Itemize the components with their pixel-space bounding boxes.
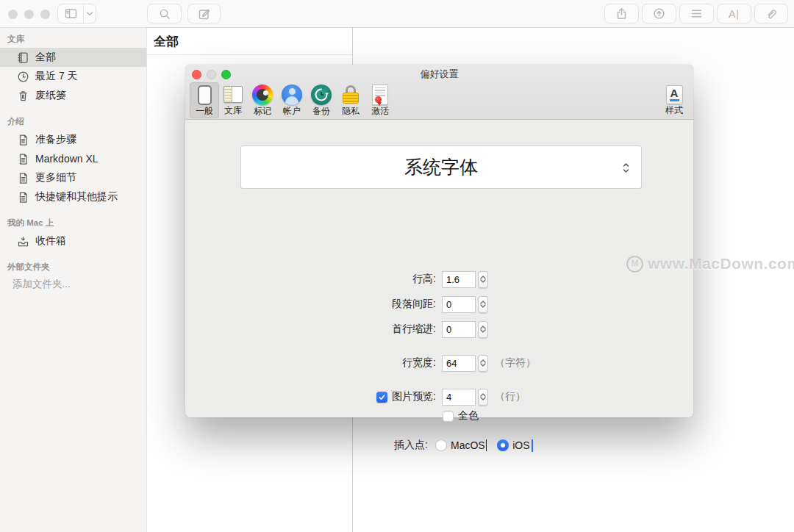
macos-caret-demo	[486, 439, 487, 451]
compose-button[interactable]	[187, 4, 221, 24]
notebook-icon	[17, 51, 29, 64]
share-icon	[615, 7, 628, 20]
line-height-stepper[interactable]	[478, 271, 488, 288]
insertion-ios-radio[interactable]	[497, 439, 509, 451]
general-icon	[198, 85, 212, 105]
tab-markup[interactable]: 标记	[248, 82, 277, 118]
format-icon: A|	[729, 8, 740, 20]
insertion-point-label: 插入点:	[185, 439, 428, 452]
sidebar-icon	[58, 4, 83, 23]
chevron-down-icon[interactable]	[83, 4, 96, 23]
dialog-chrome: 偏好设置 一般 文库 标记 帐户	[185, 65, 693, 120]
sidebar-item-label: 全部	[35, 51, 56, 64]
list-icon	[691, 9, 702, 18]
sidebar-item-recent[interactable]: 最近 7 天	[0, 67, 146, 86]
sidebar-item-doc[interactable]: 快捷键和其他提示	[0, 187, 146, 206]
full-color-label: 全色	[458, 409, 479, 423]
sidebar-item-doc[interactable]: 更多细节	[0, 168, 146, 187]
zoom-button[interactable]	[40, 10, 50, 19]
tab-style[interactable]: A 样式	[659, 82, 689, 118]
image-preview-stepper[interactable]	[478, 389, 488, 406]
font-select[interactable]: 系统字体	[240, 145, 642, 189]
row-image-preview: 图片预览: （行）	[185, 388, 693, 406]
sidebar-section-intro: 介绍	[0, 116, 146, 127]
preferences-dialog: 偏好设置 一般 文库 标记 帐户	[185, 65, 693, 417]
sidebar-item-label: 快捷键和其他提示	[35, 190, 118, 204]
insertion-macos-radio[interactable]	[435, 439, 447, 451]
minimize-button[interactable]	[24, 10, 34, 19]
tab-backup[interactable]: 备份	[307, 82, 336, 118]
tab-library[interactable]: 文库	[218, 82, 248, 118]
privacy-icon	[342, 85, 360, 105]
paragraph-spacing-label: 段落间距:	[185, 298, 436, 311]
close-button[interactable]	[8, 10, 18, 19]
attach-button[interactable]	[754, 4, 788, 24]
first-indent-stepper[interactable]	[478, 321, 488, 338]
row-line-width: 行宽度: （字符）	[185, 354, 693, 372]
paragraph-spacing-stepper[interactable]	[478, 296, 488, 313]
tab-general[interactable]: 一般	[190, 82, 219, 118]
dialog-minimize-button[interactable]	[207, 70, 216, 79]
dialog-titlebar[interactable]: 偏好设置	[185, 65, 693, 84]
dialog-close-button[interactable]	[192, 70, 201, 79]
sidebar-item-label: 最近 7 天	[35, 70, 78, 83]
first-indent-input[interactable]	[442, 321, 476, 338]
trash-icon	[17, 90, 29, 102]
sidebar-item-inbox[interactable]: 收件箱	[0, 231, 146, 251]
line-width-stepper[interactable]	[478, 355, 488, 372]
app-window: A| 文库 全部 最近 7 天 废纸篓 介绍 准备步骤 Markdown XL	[0, 0, 794, 532]
style-icon: A	[666, 85, 683, 104]
clock-icon	[17, 71, 29, 83]
search-button[interactable]	[147, 4, 182, 24]
sidebar-item-all[interactable]: 全部	[0, 48, 146, 67]
document-icon	[17, 172, 29, 184]
ios-caret-demo	[532, 439, 534, 452]
tab-activation[interactable]: 激活	[365, 82, 395, 118]
compose-icon	[198, 8, 210, 20]
sidebar-item-label: Markdown XL	[35, 153, 99, 165]
paragraph-spacing-input[interactable]	[442, 296, 476, 313]
main-toolbar: A|	[0, 0, 794, 28]
row-insertion-point: 插入点: MacOS iOS	[185, 436, 693, 454]
upload-button[interactable]	[642, 4, 676, 24]
row-full-color: 全色	[185, 407, 693, 425]
sidebar-item-doc[interactable]: 准备步骤	[0, 130, 146, 149]
format-button[interactable]: A|	[717, 4, 751, 24]
markup-icon	[252, 85, 273, 105]
checkmark-icon	[378, 393, 386, 401]
list-view-button[interactable]	[679, 4, 714, 24]
library-icon	[223, 86, 243, 103]
image-preview-input[interactable]	[442, 389, 476, 406]
account-icon	[282, 85, 302, 105]
share-button[interactable]	[604, 4, 639, 24]
dialog-content: 系统字体 行高: 段落间距:	[185, 120, 693, 417]
inbox-icon	[17, 235, 29, 248]
image-preview-checkbox[interactable]	[376, 392, 387, 403]
document-icon	[17, 134, 29, 146]
backup-icon	[311, 85, 332, 105]
tab-account[interactable]: 帐户	[277, 82, 307, 118]
search-icon	[159, 8, 171, 20]
line-width-input[interactable]	[442, 355, 476, 372]
sidebar-item-trash[interactable]: 废纸篓	[0, 86, 146, 105]
dialog-zoom-button[interactable]	[221, 70, 231, 79]
add-folder-button[interactable]: 添加文件夹...	[0, 276, 146, 293]
row-line-height: 行高:	[185, 270, 693, 288]
row-paragraph-spacing: 段落间距:	[185, 295, 693, 313]
tab-privacy[interactable]: 隐私	[336, 82, 365, 118]
line-height-input[interactable]	[442, 271, 476, 288]
line-width-unit: （字符）	[495, 356, 536, 370]
sidebar-item-label: 准备步骤	[35, 133, 76, 146]
document-icon	[17, 191, 29, 204]
dialog-title: 偏好设置	[185, 65, 693, 84]
paperclip-icon	[765, 8, 778, 20]
activation-icon	[372, 85, 388, 105]
sidebar-item-label: 废纸篓	[35, 89, 66, 102]
line-height-label: 行高:	[185, 273, 436, 286]
sidebar-item-doc[interactable]: Markdown XL	[0, 149, 146, 168]
sidebar-item-label: 收件箱	[35, 234, 66, 248]
full-color-checkbox[interactable]	[443, 411, 454, 422]
list-header: 全部	[147, 28, 352, 55]
document-icon	[17, 153, 29, 165]
sidebar-toggle-button[interactable]	[57, 4, 96, 24]
